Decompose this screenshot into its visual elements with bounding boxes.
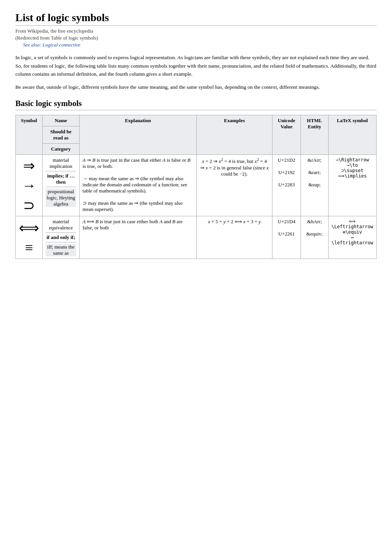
unicode-3: U+2283 <box>276 182 297 188</box>
unicode-equiv-1: U+21D4 <box>276 219 297 225</box>
page-title: List of logic symbols <box>15 12 377 26</box>
name-cell-equiv: materialequivalence if and only if; iff;… <box>43 216 80 259</box>
seealso: See also: Logical connective <box>23 42 377 48</box>
name-top-implication: materialimplication <box>46 157 76 169</box>
unicode-cell-equiv: U+21D4 U+2261 <box>272 216 301 259</box>
symbol-implies-arrow: → <box>19 177 39 194</box>
col-header-symbol: Symbol <box>16 115 43 155</box>
latex-cell-equiv: ⟺ \Leftrightarrow ≡\equiv ↔ \leftrightar… <box>328 216 376 259</box>
latex-equiv-3: ≡\equiv <box>332 229 373 235</box>
logic-symbols-table: Symbol Name Explanation Examples Unicode… <box>15 115 377 259</box>
latex-equiv-2: \Leftrightarrow <box>332 224 373 229</box>
html-1: &rArr; <box>304 157 325 163</box>
html-2: &rarr; <box>304 169 325 176</box>
html-cell-implication: &rArr; &rarr; &sup; <box>301 155 328 216</box>
symbol-cell-equiv: ⟺ ≡ <box>16 216 43 259</box>
unicode-equiv-2: U+2261 <box>276 231 297 237</box>
latex-equiv-4: ↔ <box>332 235 373 240</box>
latex-cell-implication: ⇒\Rightarrow →\to ⊃\supset ⟹\implies <box>328 155 376 216</box>
header-row-1: Symbol Name Explanation Examples Unicode… <box>16 115 377 126</box>
unicode-cell-implication: U+21D2 U+2192 U+2283 <box>272 155 301 216</box>
subtitle: From Wikipedia, the free encyclopedia <box>15 28 377 34</box>
examples-cell-equiv: x + 5 = y + 2 ⟺ x + 3 = y <box>196 216 272 259</box>
example-text-equiv: x + 5 = y + 2 ⟺ x + 3 = y <box>200 219 269 225</box>
intro-paragraph-2: Be aware that, outside of logic, differe… <box>15 83 377 91</box>
category-implication: propositionallogic, Heytingalgebra <box>46 189 76 207</box>
explanation-text-2: → may mean the same as ⇒ (the symbol may… <box>83 176 193 194</box>
explanation-text-1: A ⇒ B is true just in the case that eith… <box>83 157 193 169</box>
redirected: (Redirected from Table of logic symbols) <box>15 35 377 41</box>
latex-equiv-1: ⟺ <box>332 219 373 224</box>
col-header-latex: LaTeX symbol <box>328 115 376 155</box>
html-cell-equiv: &hArr; &equiv; <box>301 216 328 259</box>
symbol-biconditional: ⟺ <box>19 219 39 236</box>
unicode-2: U+2192 <box>276 169 297 176</box>
explanation-cell-implication: A ⇒ B is true just in the case that eith… <box>79 155 196 216</box>
col-header-category: Category <box>43 144 80 155</box>
col-header-examples: Examples <box>196 115 272 155</box>
explanation-text-3: ⊃ may mean the same as ⇒ (the symbol may… <box>83 200 193 212</box>
example-text-implication: x = 2 ⇒ x2 = 4 is true, but x2 = 4 ⇒ x =… <box>200 157 269 177</box>
explanation-text-equiv: A ⟺ B is true just in case either both A… <box>83 219 193 231</box>
col-header-unicode: Unicode Value <box>272 115 301 155</box>
symbol-equiv: ≡ <box>19 239 39 256</box>
latex-1: ⇒\Rightarrow <box>332 157 373 163</box>
read-as-equiv: if and only if; <box>46 234 76 241</box>
col-header-name: Name <box>43 115 80 126</box>
latex-2: →\to <box>332 163 373 168</box>
explanation-cell-equiv: A ⟺ B is true just in case either both A… <box>79 216 196 259</box>
symbol-implies-double: ⇒ <box>19 157 39 174</box>
html-3: &sup; <box>304 182 325 188</box>
html-equiv-1: &hArr; <box>304 219 325 225</box>
table-row: ⇒ → ⊃ materialimplication implies; if …t… <box>16 155 377 216</box>
latex-equiv-5: \leftrightarrow <box>332 240 373 245</box>
col-header-should-be-read-as: Should be read as <box>43 126 80 144</box>
name-top-equiv: materialequivalence <box>46 219 76 231</box>
html-equiv-2: &equiv; <box>304 231 325 237</box>
latex-3: ⊃\supset <box>332 168 373 173</box>
unicode-1: U+21D2 <box>276 157 297 163</box>
col-header-html: HTML Entity <box>301 115 328 155</box>
col-header-explanation: Explanation <box>79 115 196 155</box>
intro-paragraph-1: In logic, a set of symbols is commonly u… <box>15 53 377 78</box>
symbol-superset: ⊃ <box>19 197 39 214</box>
examples-cell-implication: x = 2 ⇒ x2 = 4 is true, but x2 = 4 ⇒ x =… <box>196 155 272 216</box>
symbol-cell: ⇒ → ⊃ <box>16 155 43 216</box>
category-equiv: iff; means thesame as <box>46 244 76 256</box>
latex-4: ⟹\implies <box>332 173 373 179</box>
read-as-implication: implies; if …then <box>46 173 76 185</box>
name-cell-implication: materialimplication implies; if …then pr… <box>43 155 80 216</box>
section-basic-logic-symbols: Basic logic symbols <box>15 99 377 110</box>
table-row: ⟺ ≡ materialequivalence if and only if; … <box>16 216 377 259</box>
